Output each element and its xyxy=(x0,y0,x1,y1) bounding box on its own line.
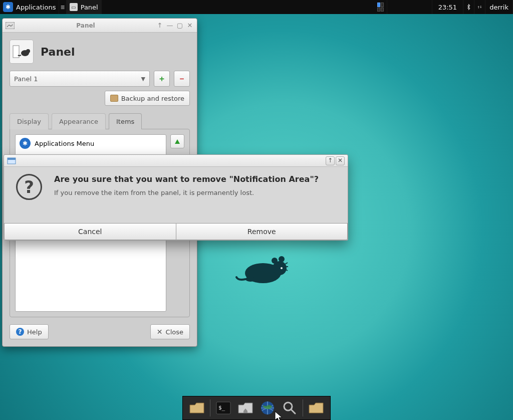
tab-items[interactable]: Items xyxy=(109,113,142,129)
backup-restore-label: Backup and restore xyxy=(121,95,184,102)
panel-spacer xyxy=(102,0,374,14)
tab-appearance[interactable]: Appearance xyxy=(52,113,106,129)
panel-selector-dropdown[interactable]: Panel 1 ▼ xyxy=(10,71,150,87)
plus-icon: ＋ xyxy=(158,74,166,84)
dock-home-folder[interactable] xyxy=(235,398,255,418)
dialog-app-icon xyxy=(7,157,16,164)
dialog-titlebar[interactable]: ↑ ✕ xyxy=(4,155,348,167)
help-button[interactable]: ? Help xyxy=(10,324,49,339)
list-item-label: Applications Menu xyxy=(35,140,94,147)
tab-items-label: Items xyxy=(116,118,134,125)
window-title: Panel xyxy=(18,22,154,29)
dialog-subline: If you remove the item from the panel, i… xyxy=(54,189,319,196)
list-item[interactable]: ✱ Applications Menu xyxy=(16,135,166,152)
help-icon: ? xyxy=(16,328,24,336)
dialog-cancel-button[interactable]: Cancel xyxy=(4,223,176,240)
dialog-headline: Are you sure that you want to remove "No… xyxy=(54,174,319,185)
header: Panel xyxy=(3,33,197,71)
remove-panel-button[interactable]: － xyxy=(174,71,190,87)
move-item-up-button[interactable] xyxy=(170,134,184,148)
clock[interactable]: 23:51 xyxy=(432,0,463,14)
xfce-logo-icon: ✱ xyxy=(20,138,31,149)
svg-point-2 xyxy=(245,277,255,282)
close-label: Close xyxy=(166,328,183,336)
panel-selector-value: Panel 1 xyxy=(14,75,38,83)
svg-point-5 xyxy=(281,267,283,269)
tab-appearance-label: Appearance xyxy=(59,118,98,125)
window-close-button[interactable]: ✕ xyxy=(186,22,194,30)
chevron-down-icon: ▼ xyxy=(141,76,145,82)
svg-text:$_: $_ xyxy=(218,404,225,411)
xfce-mouse-art xyxy=(235,253,291,288)
arrow-up-icon xyxy=(175,139,180,144)
bottom-dock: $_ xyxy=(182,396,331,420)
svg-point-4 xyxy=(279,256,285,262)
user-menu[interactable]: derrik xyxy=(485,0,513,14)
dialog-remove-label: Remove xyxy=(247,228,276,236)
tabs: Display Appearance Items xyxy=(3,113,197,129)
clock-time: 23:51 xyxy=(438,4,457,11)
taskbar-entry-panel[interactable]: ▭ Panel xyxy=(67,0,102,14)
panel-header-icon xyxy=(10,40,34,64)
minus-icon: － xyxy=(178,74,186,84)
xfce-logo-icon: ✱ xyxy=(3,2,13,12)
window-keep-above-button[interactable]: ↑ xyxy=(156,22,164,30)
window-minimize-button[interactable]: — xyxy=(166,22,174,30)
window-maximize-button[interactable]: ▢ xyxy=(176,22,184,30)
folder-icon xyxy=(110,95,118,102)
window-titlebar[interactable]: Panel ↑ — ▢ ✕ xyxy=(3,19,197,33)
taskbar-entry-title: Panel xyxy=(81,4,98,11)
dock-separator xyxy=(303,399,303,416)
add-panel-button[interactable]: ＋ xyxy=(154,71,170,87)
dialog-keep-above-button[interactable]: ↑ xyxy=(326,156,335,165)
dialog-remove-button[interactable]: Remove xyxy=(176,223,348,240)
close-icon: ✕ xyxy=(157,328,163,336)
panel-show-desktop[interactable]: ≣ xyxy=(59,0,66,14)
dock-folder[interactable] xyxy=(306,398,326,418)
close-button[interactable]: ✕ Close xyxy=(150,324,190,339)
tab-display-label: Display xyxy=(17,118,41,125)
workspace-switcher[interactable] xyxy=(374,0,387,14)
dialog-close-button[interactable]: ✕ xyxy=(336,156,345,165)
svg-point-9 xyxy=(26,49,30,53)
mouse-cursor-icon xyxy=(275,411,284,420)
window-icon: ▭ xyxy=(70,3,78,11)
bluetooth-tray-icon[interactable] xyxy=(463,0,474,14)
dock-terminal[interactable]: $_ xyxy=(213,398,233,418)
user-name: derrik xyxy=(489,4,508,11)
top-panel: ✱ Applications ≣ ▭ Panel 23:51 derrik xyxy=(0,0,513,14)
help-label: Help xyxy=(27,328,42,336)
dock-file-manager[interactable] xyxy=(187,398,207,418)
dock-separator xyxy=(210,399,210,416)
header-title: Panel xyxy=(41,46,75,58)
svg-rect-11 xyxy=(8,158,16,160)
applications-label: Applications xyxy=(16,4,56,11)
window-app-icon xyxy=(6,22,15,29)
dialog-cancel-label: Cancel xyxy=(78,228,102,236)
panel-gap xyxy=(387,0,432,14)
confirm-remove-dialog: ↑ ✕ ? Are you sure that you want to remo… xyxy=(4,154,348,241)
applications-menu-button[interactable]: ✱ Applications xyxy=(0,0,59,14)
svg-point-3 xyxy=(272,258,278,264)
network-tray-icon[interactable] xyxy=(474,0,485,14)
question-icon: ? xyxy=(16,174,42,200)
svg-line-16 xyxy=(291,409,295,413)
tab-display[interactable]: Display xyxy=(10,113,49,129)
backup-restore-button[interactable]: Backup and restore xyxy=(105,91,190,106)
